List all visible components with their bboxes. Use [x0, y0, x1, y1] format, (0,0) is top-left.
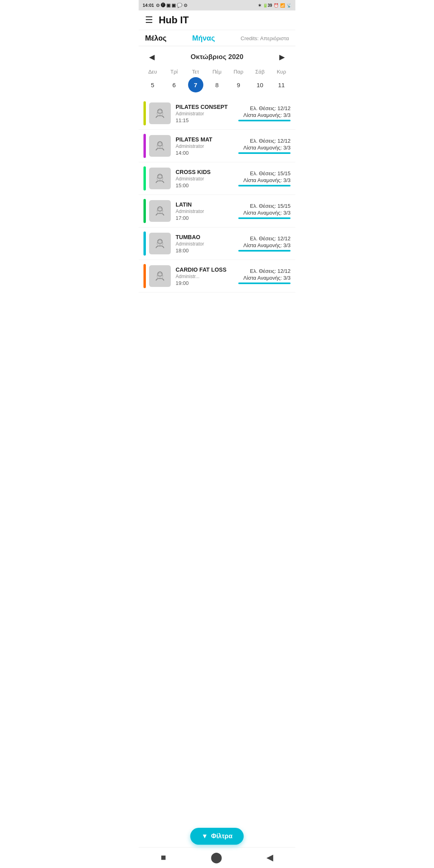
class-name-2: CROSS KIDS: [176, 169, 238, 175]
class-name-0: PILATES CONSEPT: [176, 104, 238, 110]
day-11[interactable]: 11: [274, 77, 289, 92]
class-color-bar-4: [143, 231, 146, 256]
class-slots-5: Ελ. Θέσεις: 12/12 Λίστα Αναμονής: 3/3: [238, 268, 291, 284]
class-icon-0: [149, 102, 171, 124]
fitness-icon: [154, 172, 166, 185]
weekday-mon: Δευ: [142, 69, 163, 75]
class-item-4[interactable]: TUMBAO Administrator 18:00 Ελ. Θέσεις: 1…: [139, 227, 295, 260]
alarm-icon: ⏰: [274, 3, 278, 8]
day-8[interactable]: 8: [209, 77, 225, 92]
class-info-3: LATIN Administrator 17:00: [176, 201, 238, 221]
class-icon-5: [149, 265, 171, 287]
day-10[interactable]: 10: [252, 77, 268, 92]
weekday-fri: Παρ: [228, 69, 249, 75]
wifi-icon: 📡: [287, 3, 291, 8]
slots-bar-fill-5: [238, 283, 291, 284]
class-instructor-0: Administrator: [176, 111, 238, 117]
fitness-icon: [154, 205, 166, 217]
class-time-2: 15:00: [176, 182, 238, 188]
time-display: 14:01: [143, 3, 154, 8]
class-icon-3: [149, 200, 171, 222]
day-9[interactable]: 9: [231, 77, 246, 92]
class-instructor-3: Administrator: [176, 209, 238, 214]
class-item-3[interactable]: LATIN Administrator 17:00 Ελ. Θέσεις: 15…: [139, 195, 295, 227]
slots-bar-4: [238, 250, 291, 252]
slots-bar-fill-0: [238, 120, 291, 121]
class-slots-2: Ελ. Θέσεις: 15/15 Λίστα Αναμονής: 3/3: [238, 170, 291, 186]
class-info-1: PILATES MAT Administrator 14:00: [176, 136, 238, 156]
class-slots-waitlist-0: Λίστα Αναμονής: 3/3: [238, 112, 291, 118]
minas-tab[interactable]: Μήνας: [192, 34, 215, 43]
day-6[interactable]: 6: [166, 77, 182, 92]
class-instructor-5: Administr...: [176, 274, 238, 279]
class-time-0: 11:15: [176, 117, 238, 123]
menu-button[interactable]: ☰: [145, 16, 153, 25]
status-time: 14:01 ⊙ 🅕 ▣ ▣ 💬 ⊙: [143, 3, 187, 8]
class-color-bar-3: [143, 199, 146, 223]
class-instructor-4: Administrator: [176, 241, 238, 247]
class-color-bar-1: [143, 134, 146, 158]
fitness-icon: [154, 270, 166, 283]
class-info-4: TUMBAO Administrator 18:00: [176, 234, 238, 254]
class-instructor-1: Administrator: [176, 143, 238, 149]
signal-icon: 📶: [280, 3, 285, 8]
class-slots-waitlist-2: Λίστα Αναμονής: 3/3: [238, 177, 291, 183]
class-slots-waitlist-4: Λίστα Αναμονής: 3/3: [238, 242, 291, 248]
slots-bar-3: [238, 217, 291, 219]
class-name-4: TUMBAO: [176, 234, 238, 240]
class-slots-available-0: Ελ. Θέσεις: 12/12: [238, 105, 291, 111]
slots-bar-2: [238, 185, 291, 186]
status-right-icons: ✶ 🔋39 ⏰ 📶 📡: [258, 3, 291, 8]
class-slots-available-4: Ελ. Θέσεις: 12/12: [238, 235, 291, 242]
weekday-sun: Κυρ: [271, 69, 292, 75]
melos-label: Μέλος: [145, 34, 166, 43]
class-item-1[interactable]: PILATES MAT Administrator 14:00 Ελ. Θέσε…: [139, 130, 295, 162]
slots-bar-fill-2: [238, 185, 291, 186]
weekday-tue: Τρί: [163, 69, 184, 75]
class-slots-waitlist-1: Λίστα Αναμονής: 3/3: [238, 145, 291, 151]
class-slots-waitlist-5: Λίστα Αναμονής: 3/3: [238, 275, 291, 281]
class-name-3: LATIN: [176, 201, 238, 208]
fitness-icon: [154, 107, 166, 120]
slots-bar-5: [238, 283, 291, 284]
class-info-2: CROSS KIDS Administrator 15:00: [176, 169, 238, 188]
day-7-selected[interactable]: 7: [188, 77, 203, 92]
day-5[interactable]: 5: [145, 77, 160, 92]
class-slots-4: Ελ. Θέσεις: 12/12 Λίστα Αναμονής: 3/3: [238, 235, 291, 252]
status-bar: 14:01 ⊙ 🅕 ▣ ▣ 💬 ⊙ ✶ 🔋39 ⏰ 📶 📡: [139, 0, 295, 10]
class-slots-1: Ελ. Θέσεις: 12/12 Λίστα Αναμονής: 3/3: [238, 138, 291, 154]
class-item-5[interactable]: CARDIO FAT LOSS Administr... 19:00 Ελ. Θ…: [139, 260, 295, 293]
app-title: Hub IT: [159, 14, 189, 26]
class-time-4: 18:00: [176, 248, 238, 254]
month-year-label: Οκτώβριος 2020: [190, 53, 244, 61]
calendar-grid: Δευ Τρί Τετ Πέμ Παρ Σάβ Κυρ 5 6 7 8 9 10…: [139, 65, 295, 92]
class-slots-3: Ελ. Θέσεις: 15/15 Λίστα Αναμονής: 3/3: [238, 203, 291, 219]
class-item-0[interactable]: PILATES CONSEPT Administrator 11:15 Ελ. …: [139, 97, 295, 130]
class-slots-waitlist-3: Λίστα Αναμονής: 3/3: [238, 210, 291, 216]
calendar-nav: ◀ Οκτώβριος 2020 ▶: [139, 46, 295, 65]
calendar-week: 5 6 7 8 9 10 11: [142, 77, 292, 92]
class-icon-4: [149, 233, 171, 254]
class-slots-0: Ελ. Θέσεις: 12/12 Λίστα Αναμονής: 3/3: [238, 105, 291, 121]
class-info-0: PILATES CONSEPT Administrator 11:15: [176, 104, 238, 123]
slots-bar-1: [238, 152, 291, 154]
prev-month-button[interactable]: ◀: [145, 51, 159, 63]
class-slots-available-2: Ελ. Θέσεις: 15/15: [238, 170, 291, 176]
slots-bar-0: [238, 120, 291, 121]
app-header: ☰ Hub IT: [139, 10, 295, 30]
weekday-sat: Σάβ: [249, 69, 270, 75]
class-color-bar-2: [143, 166, 146, 190]
fitness-icon: [154, 139, 166, 152]
slots-bar-fill-1: [238, 152, 291, 154]
slots-bar-fill-3: [238, 217, 291, 219]
next-month-button[interactable]: ▶: [275, 51, 289, 63]
battery-icon: 🔋39: [263, 3, 272, 8]
class-item-2[interactable]: CROSS KIDS Administrator 15:00 Ελ. Θέσει…: [139, 162, 295, 195]
class-color-bar-5: [143, 264, 146, 288]
class-color-bar-0: [143, 101, 146, 125]
weekdays-header: Δευ Τρί Τετ Πέμ Παρ Σάβ Κυρ: [142, 67, 292, 77]
bluetooth-icon: ✶: [258, 3, 261, 8]
weekday-thu: Πέμ: [206, 69, 227, 75]
class-slots-available-1: Ελ. Θέσεις: 12/12: [238, 138, 291, 144]
class-name-1: PILATES MAT: [176, 136, 238, 143]
